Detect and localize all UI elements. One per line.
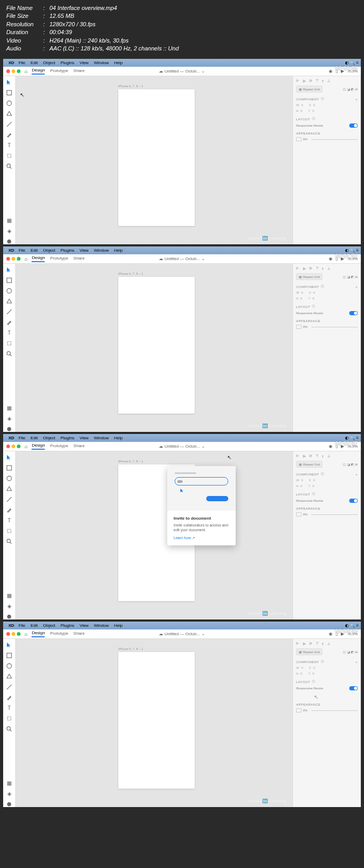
svg-line-11 [10, 355, 12, 356]
menu-file[interactable]: File [18, 60, 25, 65]
ellipse-tool-icon[interactable] [6, 663, 12, 669]
zoom-tool-icon[interactable] [6, 351, 12, 357]
video-frame-1: 00:00:55 XD File Edit Object Plugins Vie… [3, 59, 361, 244]
video-frame-2: 00:01:51 XD File Edit Object Plugins Vie… [3, 246, 361, 432]
cursor-icon [180, 488, 185, 493]
right-inspector: ⊩⫸⊪⊤⫯⊥ ▦ Repeat Grid◫ ◪ ◩ ⊞ COMPONENT ⓘ … [292, 264, 361, 432]
menu-plugins[interactable]: Plugins [60, 60, 74, 65]
file-metadata: File Name:04 Interface overview.mp4 File… [0, 0, 364, 57]
menu-view[interactable]: View [79, 60, 88, 65]
text-tool-icon[interactable]: T [6, 142, 12, 148]
section-component: COMPONENT ⓘ + [296, 97, 358, 101]
select-tool-icon[interactable] [6, 267, 12, 273]
artboard-label[interactable]: iPhone 6, 7, 8 – 1 [118, 85, 143, 88]
pen-tool-icon[interactable] [6, 507, 12, 513]
artboard[interactable] [118, 89, 195, 226]
left-toolbar: T ▦ ◈ ⬣ [3, 264, 16, 432]
tab-prototype[interactable]: Prototype [50, 68, 68, 74]
ellipse-tool-icon[interactable] [6, 100, 12, 106]
artboard-tool-icon[interactable] [6, 528, 12, 534]
line-tool-icon[interactable] [6, 121, 12, 127]
responsive-resize-toggle[interactable]: Responsive Resize [296, 123, 358, 128]
zoom-tool-icon[interactable] [6, 539, 12, 544]
pen-tool-icon[interactable] [6, 319, 12, 325]
select-tool-icon[interactable] [6, 642, 12, 648]
app-tabbar: ⌂ Design Prototype Share ☁Untitled — Oct… [3, 67, 361, 76]
text-tool-icon[interactable]: T [6, 518, 12, 523]
menu-window[interactable]: Window [94, 60, 108, 65]
svg-rect-0 [7, 90, 12, 95]
svg-line-2 [7, 122, 12, 127]
artboard-tool-icon[interactable] [6, 153, 12, 159]
app-tabbar: ⌂ Design Prototype Share ☁Untitled — Oct… [3, 254, 361, 264]
align-controls[interactable]: ⊩⫸⊪⊤⫯⊥ [296, 79, 358, 83]
zoom-tool-icon[interactable] [6, 163, 12, 169]
opacity-control[interactable]: 0% [296, 137, 358, 141]
app-name[interactable]: XD [8, 60, 14, 65]
home-icon[interactable]: ⌂ [25, 69, 27, 74]
svg-rect-18 [7, 653, 12, 658]
select-tool-icon[interactable] [6, 454, 12, 460]
pen-tool-icon[interactable] [6, 695, 12, 700]
text-tool-icon[interactable]: T [6, 705, 12, 711]
repeat-grid-button[interactable]: ▦ Repeat Grid [296, 86, 322, 92]
tab-share[interactable]: Share [74, 68, 85, 74]
zoom-tool-icon[interactable] [6, 726, 12, 732]
plugins-icon[interactable]: ⬣ [6, 239, 12, 244]
polygon-tool-icon[interactable] [6, 486, 12, 492]
polygon-tool-icon[interactable] [6, 298, 12, 304]
avatar-icon[interactable]: ◉ [329, 69, 332, 74]
layers-icon[interactable]: ◈ [6, 228, 12, 234]
svg-point-1 [7, 101, 12, 106]
watermark: Linked in Learning [246, 235, 288, 241]
popover-illustration [167, 466, 236, 511]
line-tool-icon[interactable] [6, 309, 12, 315]
transform-controls[interactable]: W 0 X 0 [296, 104, 358, 107]
macos-menubar[interactable]: XD File Edit Object Plugins View Window … [3, 246, 361, 254]
artboard-tool-icon[interactable] [6, 716, 12, 721]
right-inspector: ⊩⫸⊪⊤⫯⊥ ▦ Repeat Grid◫ ◪ ◩ ⊞ COMPONENT ⓘ … [292, 76, 361, 244]
canvas[interactable]: ↖ iPhone 6, 7, 8 – 1 Linked in Learning [16, 76, 292, 244]
artboard-tool-icon[interactable] [6, 340, 12, 346]
rectangle-tool-icon[interactable] [6, 465, 12, 471]
video-frame-4: 00:03:43 XD File Edit Object Plugins Vie… [3, 622, 361, 807]
ellipse-tool-icon[interactable] [6, 476, 12, 481]
cursor-icon: ↖ [20, 92, 24, 98]
tab-design[interactable]: Design [32, 68, 45, 75]
assets-icon[interactable]: ▦ [6, 218, 12, 223]
line-tool-icon[interactable] [6, 684, 12, 690]
svg-rect-3 [7, 154, 11, 158]
select-tool-icon[interactable] [6, 79, 12, 85]
svg-point-19 [7, 664, 12, 668]
window-controls[interactable] [6, 69, 21, 73]
document-title[interactable]: ☁Untitled — Octob... ⌄ [159, 69, 206, 74]
menu-object[interactable]: Object [43, 60, 55, 65]
popover-description: Invite collaborators to access and edit … [174, 523, 229, 532]
svg-line-20 [7, 685, 12, 689]
menu-edit[interactable]: Edit [31, 60, 38, 65]
svg-rect-12 [7, 466, 12, 470]
svg-rect-6 [7, 278, 12, 283]
timestamp: 00:03:43 [335, 628, 358, 634]
timestamp: 00:00:55 [335, 65, 358, 71]
pen-tool-icon[interactable] [6, 132, 12, 138]
rectangle-tool-icon[interactable] [6, 90, 12, 96]
menubar-status: ◐ 🔍 ≡ [345, 60, 359, 65]
menu-help[interactable]: Help [114, 60, 123, 65]
learn-how-link[interactable]: Learn how ↗ [174, 536, 229, 540]
cursor-icon: ↖ [227, 454, 231, 460]
rectangle-tool-icon[interactable] [6, 277, 12, 283]
text-tool-icon[interactable]: T [6, 330, 12, 336]
rectangle-tool-icon[interactable] [6, 653, 12, 658]
polygon-tool-icon[interactable] [6, 674, 12, 679]
ellipse-tool-icon[interactable] [6, 288, 12, 294]
video-frame-3: 00:02:47 XD File Edit Object Plugins Vie… [3, 434, 361, 619]
canvas[interactable]: iPhone 6, 7, 8 – 1 Linked in Learning [16, 264, 292, 432]
cursor-icon: ↖ [314, 694, 364, 700]
section-appearance: APPEARANCE [296, 132, 358, 135]
polygon-tool-icon[interactable] [6, 111, 12, 117]
macos-menubar[interactable]: XD File Edit Object Plugins View Window … [3, 59, 361, 67]
svg-line-23 [10, 730, 12, 731]
line-tool-icon[interactable] [6, 497, 12, 502]
boolean-ops[interactable]: ◫ ◪ ◩ ⊞ [343, 87, 358, 91]
